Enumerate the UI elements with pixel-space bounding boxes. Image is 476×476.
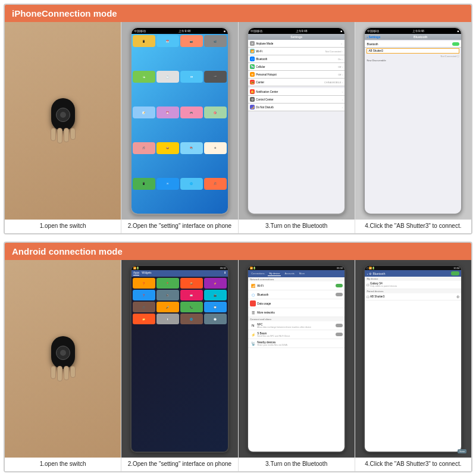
iphone-home-screen-display: 📱 📅 📷 📹 🌤 🕐 🗺 🎬 📝 ⏰ <box>131 34 228 213</box>
bt-connect-screen: ‹ Settings Bluetooth Bluetooth AB Shutte… <box>365 34 461 213</box>
android-bt-title: Bluetooth <box>372 272 385 275</box>
hotspot-label: Personal Hotspot <box>256 73 338 76</box>
bt-back-label: Settings <box>368 35 380 39</box>
dnd-arrow: › <box>342 105 343 109</box>
android-step-1-image <box>5 260 121 458</box>
android-step-2: 📶🔋09:50 Apps Widgets ⬇ ❓ 📍 <box>121 260 238 471</box>
android-ab-row[interactable]: □ AB Shutter3 ⚙ <box>365 293 461 300</box>
android-step-1-label: 1.open the switch <box>5 458 121 471</box>
wifi-icon: 📶 <box>250 49 255 54</box>
android-section: Android connection mode <box>4 242 472 472</box>
android-wifi-row: 📶 Wi-Fi <box>248 281 345 290</box>
iphone-mock-settings: 中国移动上午9:48■ 📱 📅 📷 📹 🌤 � <box>130 27 229 214</box>
android-step-3-label: 3.Turn on the Bluetooth <box>239 458 355 471</box>
bt-value: On <box>338 58 341 61</box>
android-bt-row: ⬡ Bluetooth <box>248 290 345 299</box>
android-mock-bt: ⬡📶🔋10:04 ‹ ⚙ Bluetooth My device <box>364 265 462 452</box>
nfc-desc: Allow data exchange between device touch… <box>257 326 336 328</box>
airplane-toggle: ○ <box>341 42 342 45</box>
more-net-icon: ☰ <box>250 309 256 315</box>
iphone-step-1-image <box>5 22 121 220</box>
bt-device-name-box: AB Shutter3 <box>367 48 459 54</box>
iphone-status-bar: 中国移动上午9:48■ <box>131 28 228 34</box>
hotspot-icon: ⊕ <box>250 72 255 77</box>
apps-tab[interactable]: Apps <box>133 271 139 275</box>
android-sbeam-row: ⚡ S Beam Send files via NFC and Wi-Fi Di… <box>248 330 345 339</box>
android-galaxy-row: □ Galaxy S4 Only visible to paired devic… <box>365 281 461 289</box>
iphone-section-content: 1.open the switch 中国移动上午9:48■ 📱 <box>5 22 471 233</box>
android-bt-back-icon[interactable]: ‹ <box>367 272 368 275</box>
sbeam-icon: ⚡ <box>250 331 256 337</box>
android-bt-screen: ‹ ⚙ Bluetooth My device □ Galaxy S4 <box>365 270 461 451</box>
settings-row-control: ⚙ Control Center › <box>248 96 345 104</box>
cellular-value: Off <box>338 65 341 68</box>
android-scan-container: Scan <box>456 448 461 452</box>
settings-row-hotspot: ⊕ Personal Hotspot Off › <box>248 71 345 79</box>
android-bt-header: ‹ ⚙ Bluetooth <box>365 270 461 277</box>
dnd-label: Do Not Disturb <box>256 106 342 109</box>
iphone-step-1-label: 1.open the switch <box>5 220 121 233</box>
wifi-arrow: › <box>342 49 343 53</box>
settings-title: Settings <box>290 35 302 39</box>
android-bt-main-toggle[interactable] <box>451 271 459 275</box>
galaxy-device-text: Galaxy S4 Only visible to paired devices <box>370 282 459 287</box>
android-step-2-label: 2.Open the "setting" interface on phone <box>121 458 237 471</box>
nfc-toggle[interactable] <box>336 324 343 327</box>
android-more-net-row: ☰ More networks <box>248 308 345 317</box>
iphone-step-4-image: 中国移动上午9:48■ ‹ Settings Bluetooth Bluetoo… <box>355 22 471 220</box>
android-bt-status: ⬡📶🔋10:04 <box>365 266 461 270</box>
iphone-step-4-label: 4.Click the "AB Shutter3" to connect. <box>355 220 471 233</box>
dnd-icon: 🌙 <box>250 105 255 109</box>
control-arrow: › <box>342 98 343 101</box>
mydevice-tab[interactable]: My device <box>268 271 281 276</box>
android-step-1: 1.open the switch <box>5 260 121 471</box>
nearby-desc: Share your media files via DLNA <box>257 344 343 346</box>
accounts-tab[interactable]: Accounts <box>283 271 295 276</box>
iphone-step-2-image: 中国移动上午9:48■ 📱 📅 📷 📹 🌤 � <box>121 22 237 220</box>
bt-nav: ‹ Settings Bluetooth <box>365 34 461 40</box>
iphone-bt-status: 中国移动上午9:48■ <box>248 28 345 34</box>
android-step-4: ⬡📶🔋10:04 ‹ ⚙ Bluetooth My device <box>355 260 471 471</box>
android-mock-home: 📶🔋09:50 Apps Widgets ⬇ ❓ 📍 <box>130 265 229 452</box>
bt-back-btn[interactable]: ‹ Settings <box>367 35 380 39</box>
iphone-mock-bt-connect: 中国移动上午9:48■ ‹ Settings Bluetooth Bluetoo… <box>364 27 462 214</box>
android-header-title: Android connection mode <box>12 246 123 256</box>
iphone-section-header: iPhoneConnection mode <box>5 5 471 22</box>
cellular-icon: 📡 <box>250 64 255 69</box>
widgets-tab[interactable]: Widgets <box>142 271 151 275</box>
more-tab[interactable]: More <box>298 271 306 276</box>
sbeam-toggle[interactable] <box>336 333 343 336</box>
wifi-toggle[interactable] <box>336 284 343 287</box>
connections-tab[interactable]: Connections <box>250 271 265 276</box>
android-step-3: 📶🔋09:50 Connections My device Accounts M… <box>239 260 355 471</box>
nfc-icon: N <box>250 322 256 328</box>
airplane-icon: ✈ <box>250 41 255 46</box>
settings-screen: Settings ✈ Airplane Mode ○ 📶 Wi-Fi <box>248 34 345 213</box>
iphone-step-3: 中国移动上午9:48■ Settings ✈ Airplane Mode ○ <box>239 22 355 233</box>
ab-device-text: AB Shutter3 <box>370 295 455 298</box>
android-section-content: 1.open the switch 📶🔋09:50 Apps <box>5 260 471 471</box>
bt-toggle-switch[interactable] <box>452 42 459 46</box>
ab-device-icon: □ <box>367 295 369 299</box>
android-apps-grid: ❓ 📍 📦 ⚡ ❓ 📓 📖 🎬 🎵 🎤 <box>131 277 228 451</box>
bt-discoverable-label: Now Discoverable <box>365 58 461 62</box>
carrier-arrow: › <box>342 80 343 84</box>
android-nearby-row: 📡 Nearby devices Share your media files … <box>248 339 345 348</box>
galaxy-sub: Only visible to paired devices <box>370 285 459 287</box>
android-more-net-label: More networks <box>257 311 275 314</box>
ab-gear-icon[interactable]: ⚙ <box>456 295 459 299</box>
iphone-mock-bt: 中国移动上午9:48■ Settings ✈ Airplane Mode ○ <box>247 27 346 214</box>
android-scan-btn[interactable]: Scan <box>458 449 461 452</box>
bt-device-name: AB Shutter3 <box>368 49 383 52</box>
bt-net-icon: ⬡ <box>250 292 256 298</box>
iphone-step-4: 中国移动上午9:48■ ‹ Settings Bluetooth Bluetoo… <box>355 22 471 233</box>
iphone-bt-connect-status: 中国移动上午9:48■ <box>365 28 461 34</box>
sbeam-desc: Send files via NFC and Wi-Fi Direct <box>257 335 336 337</box>
settings-row-cellular: 📡 Cellular Off › <box>248 63 345 71</box>
android-net-status: 📶🔋09:50 <box>248 266 345 270</box>
android-step-2-image: 📶🔋09:50 Apps Widgets ⬇ ❓ 📍 <box>121 260 237 458</box>
android-step-4-image: ⬡📶🔋10:04 ‹ ⚙ Bluetooth My device <box>355 260 471 458</box>
settings-row-dnd: 🌙 Do Not Disturb › <box>248 104 345 111</box>
bt-toggle[interactable] <box>336 293 343 296</box>
carrier-icon: 📻 <box>250 80 255 84</box>
